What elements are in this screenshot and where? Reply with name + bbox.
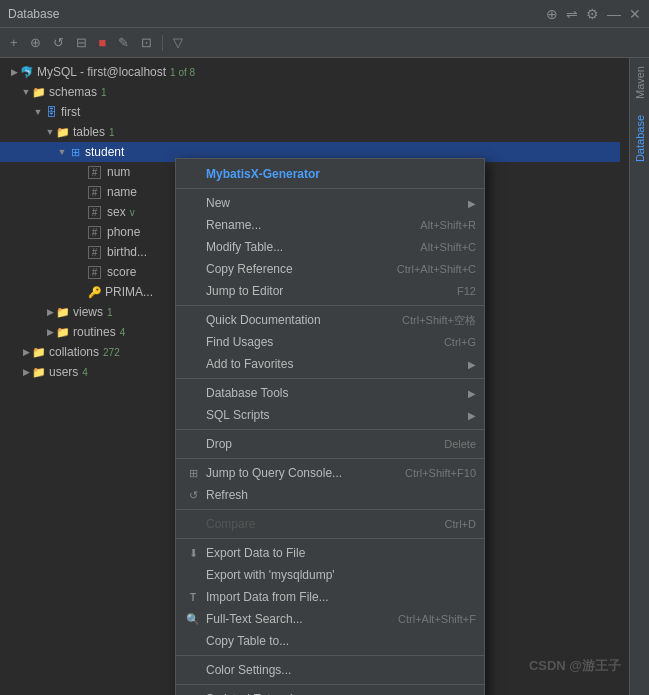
mybatisx-label: MybatisX-Generator xyxy=(206,167,476,181)
minimize-icon[interactable]: — xyxy=(607,6,621,22)
menu-sep-6 xyxy=(176,509,484,510)
tree-item-schemas[interactable]: ▼ 📁 schemas 1 xyxy=(0,82,620,102)
menu-sep-4 xyxy=(176,429,484,430)
menu-item-export-file[interactable]: ⬇ Export Data to File xyxy=(176,542,484,564)
routines-folder-icon: 📁 xyxy=(56,325,70,339)
menu-item-fulltext[interactable]: 🔍 Full-Text Search... Ctrl+Alt+Shift+F xyxy=(176,608,484,630)
phone-label: phone xyxy=(107,225,140,239)
menu-sep-9 xyxy=(176,684,484,685)
menu-item-db-tools[interactable]: Database Tools ▶ xyxy=(176,382,484,404)
globe-icon[interactable]: ⊕ xyxy=(546,6,558,22)
gear-icon[interactable]: ⚙ xyxy=(586,6,599,22)
menu-item-color-settings[interactable]: Color Settings... xyxy=(176,659,484,681)
col-icon-phone: # xyxy=(88,226,101,239)
menu-item-jump-editor[interactable]: Jump to Editor F12 xyxy=(176,280,484,302)
refresh-button[interactable]: ↺ xyxy=(49,33,68,52)
add-favorites-label: Add to Favorites xyxy=(206,357,464,371)
rename-icon xyxy=(184,216,202,234)
compare-icon xyxy=(184,515,202,533)
table-icon: ⊞ xyxy=(68,145,82,159)
stop-button[interactable]: ■ xyxy=(95,33,111,52)
drop-icon xyxy=(184,435,202,453)
title-bar-icons: ⊕ ⇌ ⚙ — ✕ xyxy=(546,6,641,22)
menu-item-mybatisx[interactable]: MybatisX-Generator xyxy=(176,163,484,185)
users-label: users xyxy=(49,365,78,379)
mysql-badge: 1 of 8 xyxy=(170,67,195,78)
add-schema-button[interactable]: ⊕ xyxy=(26,33,45,52)
sql-scripts-icon xyxy=(184,406,202,424)
tree-arrow-sex xyxy=(76,206,88,218)
menu-item-drop[interactable]: Drop Delete xyxy=(176,433,484,455)
menu-item-rename[interactable]: Rename... Alt+Shift+R xyxy=(176,214,484,236)
side-tab-database[interactable]: Database xyxy=(632,107,648,170)
menu-item-scripted-extensions[interactable]: Scripted Extensions ▶ xyxy=(176,688,484,695)
filter2-button[interactable]: ▽ xyxy=(169,33,187,52)
drop-shortcut: Delete xyxy=(444,438,476,450)
routines-label: routines xyxy=(73,325,116,339)
routines-badge: 4 xyxy=(120,327,126,338)
menu-item-modify-table[interactable]: Modify Table... Alt+Shift+C xyxy=(176,236,484,258)
menu-item-copy-reference[interactable]: Copy Reference Ctrl+Alt+Shift+C xyxy=(176,258,484,280)
view-button[interactable]: ⊡ xyxy=(137,33,156,52)
arrows-icon[interactable]: ⇌ xyxy=(566,6,578,22)
menu-item-copy-table[interactable]: Copy Table to... xyxy=(176,630,484,652)
modify-shortcut: Alt+Shift+C xyxy=(420,241,476,253)
tree-arrow-schemas: ▼ xyxy=(20,86,32,98)
menu-item-new[interactable]: New ▶ xyxy=(176,192,484,214)
views-badge: 1 xyxy=(107,307,113,318)
find-usages-label: Find Usages xyxy=(206,335,436,349)
menu-sep-5 xyxy=(176,458,484,459)
tree-arrow-phone xyxy=(76,226,88,238)
side-tab-maven[interactable]: Maven xyxy=(632,58,648,107)
copy-table-icon xyxy=(184,632,202,650)
tree-arrow-mysql: ▶ xyxy=(8,66,20,78)
watermark: CSDN @游王子 xyxy=(529,657,621,675)
jump-editor-shortcut: F12 xyxy=(457,285,476,297)
db-tools-label: Database Tools xyxy=(206,386,464,400)
import-label: Import Data from File... xyxy=(206,590,476,604)
menu-item-sql-scripts[interactable]: SQL Scripts ▶ xyxy=(176,404,484,426)
modify-label: Modify Table... xyxy=(206,240,412,254)
tree-arrow-users: ▶ xyxy=(20,366,32,378)
jump-editor-label: Jump to Editor xyxy=(206,284,449,298)
compare-label: Compare xyxy=(206,517,437,531)
col-icon-score: # xyxy=(88,266,101,279)
quick-doc-icon xyxy=(184,311,202,329)
menu-item-import-file[interactable]: T Import Data from File... xyxy=(176,586,484,608)
collations-badge: 272 xyxy=(103,347,120,358)
schemas-badge: 1 xyxy=(101,87,107,98)
close-icon[interactable]: ✕ xyxy=(629,6,641,22)
name-label: name xyxy=(107,185,137,199)
menu-item-refresh[interactable]: ↺ Refresh xyxy=(176,484,484,506)
views-folder-icon: 📁 xyxy=(56,305,70,319)
add-button[interactable]: + xyxy=(6,33,22,52)
tree-arrow-routines: ▶ xyxy=(44,326,56,338)
tables-label: tables xyxy=(73,125,105,139)
tree-item-tables[interactable]: ▼ 📁 tables 1 xyxy=(0,122,620,142)
menu-item-quick-doc[interactable]: Quick Documentation Ctrl+Shift+空格 xyxy=(176,309,484,331)
menu-item-jump-query[interactable]: ⊞ Jump to Query Console... Ctrl+Shift+F1… xyxy=(176,462,484,484)
menu-item-compare: Compare Ctrl+D xyxy=(176,513,484,535)
color-settings-label: Color Settings... xyxy=(206,663,476,677)
jump-query-shortcut: Ctrl+Shift+F10 xyxy=(405,467,476,479)
copy-ref-icon xyxy=(184,260,202,278)
menu-item-find-usages[interactable]: Find Usages Ctrl+G xyxy=(176,331,484,353)
col-icon-name: # xyxy=(88,186,101,199)
tree-arrow-views: ▶ xyxy=(44,306,56,318)
main-panel: ▶ 🐬 MySQL - first@localhost 1 of 8 ▼ 📁 s… xyxy=(0,58,649,695)
menu-item-export-mysqldump[interactable]: Export with 'mysqldump' xyxy=(176,564,484,586)
copy-ref-shortcut: Ctrl+Alt+Shift+C xyxy=(397,263,476,275)
refresh-icon: ↺ xyxy=(184,486,202,504)
tree-item-mysql[interactable]: ▶ 🐬 MySQL - first@localhost 1 of 8 xyxy=(0,62,620,82)
menu-item-add-favorites[interactable]: Add to Favorites ▶ xyxy=(176,353,484,375)
filter-button[interactable]: ⊟ xyxy=(72,33,91,52)
jump-editor-icon xyxy=(184,282,202,300)
find-usages-shortcut: Ctrl+G xyxy=(444,336,476,348)
tree-item-first[interactable]: ▼ 🗄 first xyxy=(0,102,620,122)
rename-shortcut: Alt+Shift+R xyxy=(420,219,476,231)
edit-button[interactable]: ✎ xyxy=(114,33,133,52)
find-usages-icon xyxy=(184,333,202,351)
first-label: first xyxy=(61,105,80,119)
quick-doc-label: Quick Documentation xyxy=(206,313,394,327)
tree-arrow-num xyxy=(76,166,88,178)
